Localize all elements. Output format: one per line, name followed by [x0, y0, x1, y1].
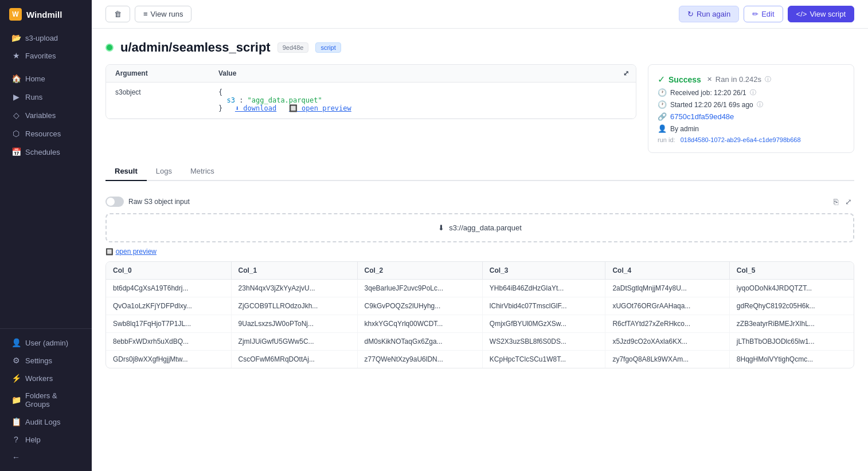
page-content: u/admin/seamless_script 9ed48e script Ar…: [92, 29, 868, 471]
sidebar-item-user[interactable]: 👤 User (admin): [2, 334, 89, 351]
sidebar-item-resources[interactable]: ⬡ Resources: [2, 125, 89, 142]
preview-icon2: 🔲: [105, 248, 114, 255]
app-logo: W Windmill: [0, 0, 92, 29]
logo-icon: W: [9, 8, 22, 21]
result-actions: ⎘ ⤢: [831, 195, 854, 209]
col-header: Col_1: [231, 262, 357, 280]
table-row: GDrs0j8wXXgfHgjjMtw...CscOFwM6MRqDOttAj.…: [106, 351, 854, 368]
expand-col-header: ⤢: [616, 65, 636, 82]
json-key: s3: [226, 96, 234, 104]
open-preview-link-inline[interactable]: 🔲 open preview: [289, 104, 351, 112]
run-id-link[interactable]: 018d4580-1072-ab29-e6a4-c1de9798b668: [681, 136, 801, 143]
topbar: 🗑 ≡ View runs ↻ Run again ✏ Edit </> Vie…: [92, 0, 868, 29]
sidebar-item-label: User (admin): [25, 339, 68, 347]
table-cell: 3qeBarlueJF2uvc9PoLc...: [357, 280, 482, 297]
job-id-link[interactable]: 6750c1dfa59ed48e: [670, 112, 734, 121]
tab-result[interactable]: Result: [105, 162, 147, 181]
copy-button[interactable]: ⎘: [831, 195, 840, 209]
download-link[interactable]: ⬇ download: [235, 104, 276, 112]
gear-icon: ⚙: [11, 356, 21, 365]
sidebar-item-favorites[interactable]: ★ Favorites: [2, 47, 89, 64]
table-cell: R6cfTAYtd27xZeRHkco...: [605, 315, 729, 333]
sidebar-item-schedules[interactable]: 📅 Schedules: [2, 143, 89, 160]
table-cell: YHb64iB46ZdHzGlaYt...: [482, 280, 605, 297]
hash-badge: 9ed48e: [277, 42, 309, 53]
download-s3-label: s3://agg_data.parquet: [449, 223, 522, 232]
type-badge: script: [315, 42, 341, 53]
table-cell: WS2X3uzSBL8f6S0DS...: [482, 333, 605, 351]
col-header: Col_0: [106, 262, 231, 280]
arg-table-header: Argument Value ⤢: [106, 65, 636, 83]
run-again-button[interactable]: ↻ Run again: [679, 6, 739, 22]
sidebar-item-home[interactable]: 🏠 Home: [2, 70, 89, 87]
table-cell: dM0sKikNOTaqGx6Zga...: [357, 333, 482, 351]
table-cell: ZjGCOB9TLLROdzoJkh...: [231, 297, 357, 315]
status-ran-label: Ran in 0.242s: [715, 75, 761, 84]
sidebar-item-audit-logs[interactable]: 📋 Audit Logs: [2, 413, 89, 430]
sidebar-item-runs[interactable]: ▶ Runs: [2, 88, 89, 105]
info-icon-ran: ⓘ: [765, 75, 771, 84]
edit-button[interactable]: ✏ Edit: [744, 6, 783, 22]
started-label: Started 12:20 26/1 69s ago: [670, 101, 753, 109]
sidebar-item-variables[interactable]: ◇ Variables: [2, 107, 89, 124]
sidebar-item-label: s3-upload: [25, 34, 58, 42]
table-row: bt6dp4CgXsA19T6hdrj...23hN4qxV3jZkYyAzjv…: [106, 280, 854, 297]
table-cell: lChirVbid4c07TmsclGlF...: [482, 297, 605, 315]
expand-icon[interactable]: ⤢: [623, 69, 629, 77]
user-icon2: 👤: [658, 124, 667, 133]
delete-button[interactable]: 🗑: [105, 6, 130, 22]
arg-table-row: s3object { s3 : "agg_data.parquet" }: [106, 83, 636, 119]
link-icon: 🔗: [658, 112, 667, 121]
resource-icon: ⬡: [11, 129, 21, 138]
header-row: Col_0Col_1Col_2Col_3Col_4Col_5: [106, 262, 854, 280]
trash-icon: 🗑: [114, 10, 122, 18]
result-area: Raw S3 object input ⎘ ⤢ ⬇ s3://agg_data.…: [105, 195, 854, 368]
sidebar-bottom: 👤 User (admin) ⚙ Settings ⚡ Workers 📁 Fo…: [0, 328, 92, 471]
tab-logs[interactable]: Logs: [147, 162, 181, 181]
tab-metrics[interactable]: Metrics: [181, 162, 224, 181]
topbar-left: 🗑 ≡ View runs: [105, 6, 191, 22]
variable-icon: ◇: [11, 111, 21, 120]
sidebar-item-back[interactable]: ←: [2, 449, 89, 466]
raw-toggle[interactable]: [105, 197, 124, 207]
topbar-right: ↻ Run again ✏ Edit </> View script: [679, 6, 854, 22]
table-cell: 9UazLsxzsJW0oPToNj...: [231, 315, 357, 333]
table-cell: bt6dp4CgXsA19T6hdrj...: [106, 280, 231, 297]
table-cell: gdReQhyC8192c05H6k...: [729, 297, 854, 315]
sidebar-item-workers[interactable]: ⚡ Workers: [2, 370, 89, 387]
view-script-button[interactable]: </> View script: [788, 6, 854, 22]
download-icon: ⬇: [438, 223, 444, 232]
open-preview-link[interactable]: open preview: [116, 248, 157, 256]
table-row: QvOa1oLzKFjYDFPdlxy...ZjGCOB9TLLROdzoJkh…: [106, 297, 854, 315]
sidebar-item-help[interactable]: ? Help: [2, 431, 89, 448]
clock2-icon: 🕐: [658, 100, 667, 109]
app-name: Windmill: [26, 10, 62, 19]
sidebar-item-s3upload[interactable]: 📂 s3-upload: [2, 29, 89, 46]
data-table: Col_0Col_1Col_2Col_3Col_4Col_5 bt6dp4CgX…: [106, 262, 854, 368]
sidebar-item-folders-groups[interactable]: 📁 Folders & Groups: [2, 387, 89, 413]
table-cell: CscOFwM6MRqDOttAj...: [231, 351, 357, 368]
arg-name: s3object: [106, 83, 209, 102]
sidebar: W Windmill 📂 s3-upload ★ Favorites 🏠 Hom…: [0, 0, 92, 471]
view-runs-button[interactable]: ≡ View runs: [135, 6, 191, 22]
title-row: u/admin/seamless_script 9ed48e script: [105, 40, 854, 55]
sidebar-item-label: Audit Logs: [25, 418, 60, 426]
refresh-icon: ↻: [687, 10, 694, 18]
info-icon-started: ⓘ: [757, 100, 763, 109]
table-cell: C9kGvPOQZs2lUHyhg...: [357, 297, 482, 315]
status-dot: [105, 44, 114, 52]
folders-icon: 📁: [11, 395, 21, 405]
json-value: "agg_data.parquet": [248, 96, 322, 104]
table-cell: QmjxGfBYUl0MGzXSw...: [482, 315, 605, 333]
table-cell: 8ebbFxWDxrh5uXdBQ...: [106, 333, 231, 351]
download-box[interactable]: ⬇ s3://agg_data.parquet: [105, 213, 854, 242]
sidebar-item-label: Folders & Groups: [25, 391, 80, 409]
star-icon: ★: [11, 51, 21, 60]
arg-value: { s3 : "agg_data.parquet" } ⬇ download: [209, 83, 636, 118]
calendar-icon: 📅: [11, 147, 21, 156]
argument-table: Argument Value ⤢ s3object { s3 :: [105, 64, 636, 119]
sidebar-item-settings[interactable]: ⚙ Settings: [2, 352, 89, 369]
toggle-knob: [107, 198, 115, 206]
expand-result-button[interactable]: ⤢: [843, 195, 854, 209]
sidebar-item-label: Workers: [25, 374, 53, 383]
